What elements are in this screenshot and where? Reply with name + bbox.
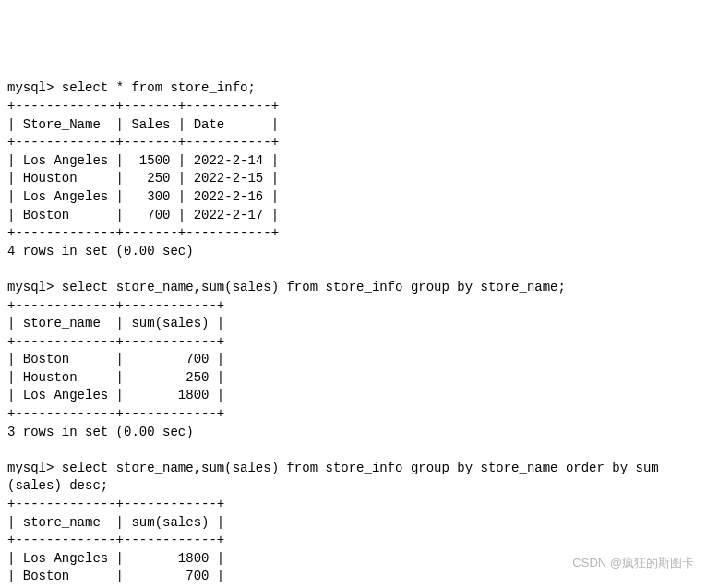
mysql-prompt: mysql> — [7, 461, 54, 475]
table-header-row: | Store_Name | Sales | Date | — [7, 117, 279, 132]
table-border: +-------------+-------+-----------+ — [7, 135, 279, 150]
table-row: | Los Angeles | 1800 | — [7, 551, 224, 566]
sql-query-2: select store_name,sum(sales) from store_… — [62, 280, 566, 294]
table-row: | Los Angeles | 1500 | 2022-2-14 | — [7, 153, 279, 168]
table-border: +-------------+------------+ — [7, 298, 224, 313]
table-border: +-------------+-------+-----------+ — [7, 225, 279, 240]
query-status: 4 rows in set (0.00 sec) — [7, 244, 194, 258]
query-status: 3 rows in set (0.00 sec) — [7, 425, 194, 439]
table-header-row: | store_name | sum(sales) | — [7, 316, 224, 330]
table-border: +-------------+------------+ — [7, 334, 224, 349]
sql-query-3-line1: select store_name,sum(sales) from store_… — [62, 461, 659, 475]
table-row: | Los Angeles | 1800 | — [7, 388, 224, 402]
table-row: | Boston | 700 | — [7, 569, 224, 583]
mysql-prompt: mysql> — [7, 280, 54, 294]
table-row: | Houston | 250 | 2022-2-15 | — [7, 171, 279, 186]
table-row: | Boston | 700 | — [7, 352, 224, 366]
terminal-output: mysql> select * from store_info; +------… — [7, 79, 700, 588]
table-row: | Los Angeles | 300 | 2022-2-16 | — [7, 189, 279, 204]
sql-query-3-line2: (sales) desc; — [7, 478, 108, 493]
table-row: | Boston | 700 | 2022-2-17 | — [7, 208, 279, 222]
mysql-prompt: mysql> — [7, 80, 54, 95]
table-border: +-------------+------------+ — [7, 533, 224, 547]
sql-query-1: select * from store_info; — [62, 80, 256, 95]
table-row: | Houston | 250 | — [7, 370, 224, 385]
table-border: +-------------+------------+ — [7, 406, 224, 421]
table-border: +-------------+-------+-----------+ — [7, 99, 279, 114]
table-border: +-------------+------------+ — [7, 497, 224, 511]
table-header-row: | store_name | sum(sales) | — [7, 515, 224, 530]
